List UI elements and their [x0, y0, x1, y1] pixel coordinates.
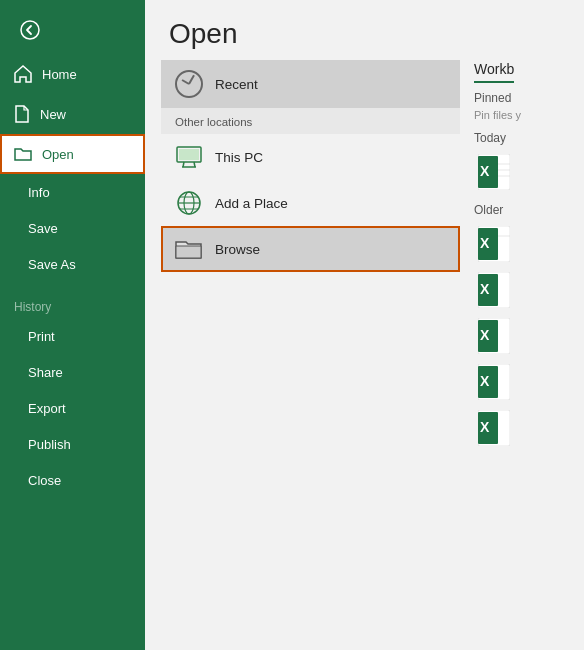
svg-text:X: X [480, 235, 490, 251]
recent-option[interactable]: Recent [161, 60, 460, 108]
save-as-label: Save As [28, 257, 76, 272]
new-doc-icon [14, 105, 30, 123]
sidebar-item-home[interactable]: Home [0, 54, 145, 94]
pinned-desc: Pin files y [474, 109, 570, 121]
save-label: Save [28, 221, 58, 236]
sidebar-item-info[interactable]: Info [0, 174, 145, 210]
sidebar-item-save[interactable]: Save [0, 210, 145, 246]
sidebar-item-export[interactable]: Export [0, 390, 145, 426]
browse-label: Browse [215, 242, 260, 257]
page-title: Open [169, 18, 560, 50]
info-label: Info [28, 185, 50, 200]
print-label: Print [28, 329, 55, 344]
sidebar-item-publish[interactable]: Publish [0, 426, 145, 462]
today-section-label: Today [474, 131, 570, 145]
svg-text:X: X [480, 327, 490, 343]
close-label: Close [28, 473, 61, 488]
pinned-title: Pinned [474, 91, 570, 105]
sidebar-item-save-as[interactable]: Save As [0, 246, 145, 282]
svg-point-0 [21, 21, 39, 39]
sidebar-item-close[interactable]: Close [0, 462, 145, 498]
recent-label: Recent [215, 77, 258, 92]
main-content: Open Recent Other locations [145, 0, 584, 650]
back-button[interactable] [10, 10, 50, 50]
sidebar-item-new[interactable]: New [0, 94, 145, 134]
history-section-label: History [0, 282, 145, 318]
main-header: Open [145, 0, 584, 60]
browse-option[interactable]: Browse [161, 226, 460, 272]
new-label: New [40, 107, 66, 122]
sidebar-item-print[interactable]: Print [0, 318, 145, 354]
sidebar-item-open[interactable]: Open [0, 134, 145, 174]
other-locations-label: Other locations [161, 108, 460, 134]
add-place-label: Add a Place [215, 196, 288, 211]
browse-folder-icon [175, 235, 203, 263]
excel-file-icon-5: X [478, 364, 510, 400]
pc-icon [175, 143, 203, 171]
home-icon [14, 65, 32, 83]
open-options-panel: Recent Other locations This PC [145, 60, 460, 650]
open-folder-icon [14, 146, 32, 162]
clock-icon [175, 70, 203, 98]
add-place-option[interactable]: Add a Place [161, 180, 460, 226]
this-pc-label: This PC [215, 150, 263, 165]
svg-text:X: X [480, 419, 490, 435]
excel-file-icon-2: X [478, 226, 510, 262]
workbook-tab-label: Workb [474, 61, 514, 83]
right-panel: Workb Pinned Pin files y Today X [460, 60, 584, 650]
svg-text:X: X [480, 163, 490, 179]
globe-icon [175, 189, 203, 217]
file-row-older-1[interactable]: X [474, 221, 570, 267]
excel-file-icon-6: X [478, 410, 510, 446]
file-row-older-3[interactable]: X [474, 313, 570, 359]
this-pc-option[interactable]: This PC [161, 134, 460, 180]
older-section-label: Older [474, 203, 570, 217]
file-row-older-5[interactable]: X [474, 405, 570, 451]
excel-file-icon-4: X [478, 318, 510, 354]
publish-label: Publish [28, 437, 71, 452]
sidebar: Home New Open Info Save Save As History … [0, 0, 145, 650]
excel-file-icon: X [478, 154, 510, 190]
svg-rect-2 [179, 149, 199, 160]
share-label: Share [28, 365, 63, 380]
sidebar-item-share[interactable]: Share [0, 354, 145, 390]
pinned-section: Pinned Pin files y [474, 91, 570, 121]
open-label: Open [42, 147, 74, 162]
file-row-older-2[interactable]: X [474, 267, 570, 313]
svg-text:X: X [480, 373, 490, 389]
excel-file-icon-3: X [478, 272, 510, 308]
export-label: Export [28, 401, 66, 416]
svg-text:X: X [480, 281, 490, 297]
file-row-today-1[interactable]: X [474, 149, 570, 195]
file-row-older-4[interactable]: X [474, 359, 570, 405]
main-body: Recent Other locations This PC [145, 60, 584, 650]
home-label: Home [42, 67, 77, 82]
